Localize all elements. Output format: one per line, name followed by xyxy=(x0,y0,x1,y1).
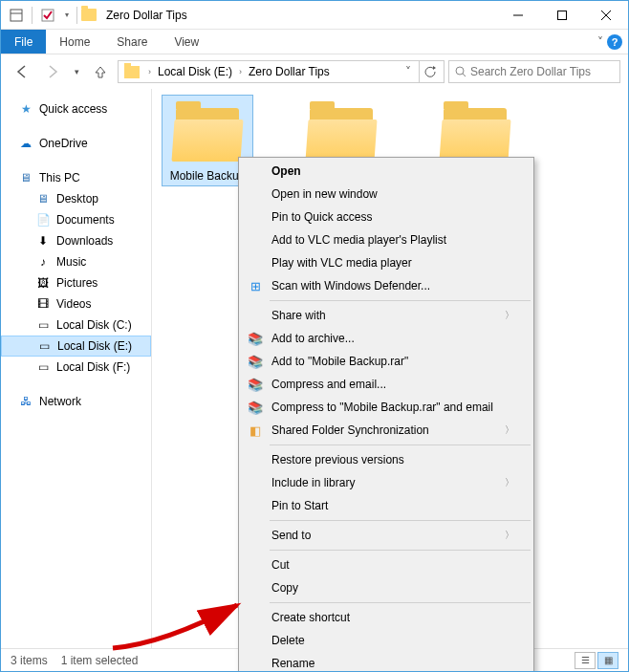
tab-view[interactable]: View xyxy=(161,30,212,54)
tab-share[interactable]: Share xyxy=(103,30,161,54)
breadcrumb-item[interactable]: Local Disk (E:) xyxy=(156,65,234,78)
tree-videos[interactable]: 🎞Videos xyxy=(1,293,151,314)
back-button[interactable] xyxy=(9,58,35,85)
folder-label: Mobile Backup xyxy=(170,169,246,183)
status-item-count: 3 items xyxy=(11,654,48,667)
tree-documents[interactable]: 📄Documents xyxy=(1,209,151,230)
ctx-cut[interactable]: Cut xyxy=(241,553,531,576)
refresh-button[interactable] xyxy=(419,60,442,83)
chevron-right-icon[interactable]: › xyxy=(145,67,154,76)
ctx-shared-folder-sync[interactable]: ◧Shared Folder Synchronization〉 xyxy=(241,419,531,442)
ctx-copy[interactable]: Copy xyxy=(241,576,531,599)
svg-rect-0 xyxy=(11,10,22,21)
pc-icon: 🖥 xyxy=(18,170,33,185)
forward-button[interactable] xyxy=(39,58,66,85)
title-bar: ▾ Zero Dollar Tips xyxy=(1,1,628,30)
window-controls xyxy=(496,1,628,29)
ctx-restore-previous[interactable]: Restore previous versions xyxy=(241,448,531,471)
desktop-icon: 🖥 xyxy=(35,191,51,206)
qat-checkmark-icon[interactable] xyxy=(36,4,59,27)
svg-line-8 xyxy=(463,74,466,76)
chevron-right-icon: 〉 xyxy=(505,309,514,322)
maximize-button[interactable] xyxy=(540,1,584,29)
search-input[interactable]: Search Zero Dollar Tips xyxy=(448,60,620,83)
drive-icon: ▭ xyxy=(35,359,51,375)
window-title: Zero Dollar Tips xyxy=(106,9,187,22)
folder-icon xyxy=(173,108,242,162)
documents-icon: 📄 xyxy=(35,212,51,228)
tab-file[interactable]: File xyxy=(1,30,46,54)
network-icon: 🖧 xyxy=(18,394,33,409)
ctx-add-vlc-playlist[interactable]: Add to VLC media player's Playlist xyxy=(241,228,531,251)
ribbon-tabs: File Home Share View ˅ ? xyxy=(1,30,628,54)
chevron-right-icon[interactable]: › xyxy=(236,67,245,76)
folder-icon xyxy=(307,108,376,162)
breadcrumb-item[interactable]: Zero Dollar Tips xyxy=(247,65,332,78)
ctx-pin-quick-access[interactable]: Pin to Quick access xyxy=(241,206,531,228)
ctx-separator xyxy=(270,550,531,551)
tree-downloads[interactable]: ⬇Downloads xyxy=(1,230,151,251)
drive-icon: ▭ xyxy=(35,317,51,333)
folder-icon xyxy=(441,108,510,162)
tree-desktop[interactable]: 🖥Desktop xyxy=(1,188,151,209)
ctx-open-new-window[interactable]: Open in new window xyxy=(241,183,531,206)
navigation-tree: ★Quick access ☁OneDrive 🖥This PC 🖥Deskto… xyxy=(1,89,152,648)
minimize-button[interactable] xyxy=(496,1,540,29)
shield-icon: ⊞ xyxy=(247,277,264,294)
ctx-separator xyxy=(270,300,531,301)
svg-rect-4 xyxy=(558,11,567,19)
tree-disk-f[interactable]: ▭Local Disk (F:) xyxy=(1,357,151,378)
svg-point-7 xyxy=(456,67,464,75)
ctx-open[interactable]: Open xyxy=(241,160,531,183)
navigation-bar: ▾ › Local Disk (E:) › Zero Dollar Tips ˅… xyxy=(1,54,628,89)
ctx-share-with[interactable]: Share with〉 xyxy=(241,304,531,327)
close-button[interactable] xyxy=(584,1,628,29)
tree-music[interactable]: ♪Music xyxy=(1,251,151,272)
ctx-send-to[interactable]: Send to〉 xyxy=(241,524,531,547)
details-view-button[interactable]: ☰ xyxy=(575,652,596,669)
ctx-delete[interactable]: Delete xyxy=(241,629,531,652)
tree-disk-c[interactable]: ▭Local Disk (C:) xyxy=(1,314,151,336)
quick-access-toolbar: ▾ xyxy=(1,4,100,27)
tree-this-pc[interactable]: 🖥This PC xyxy=(1,167,151,188)
ctx-create-shortcut[interactable]: Create shortcut xyxy=(241,606,531,629)
folder-icon xyxy=(124,66,140,78)
qat-dropdown-icon[interactable]: ▾ xyxy=(61,4,73,27)
tree-quick-access[interactable]: ★Quick access xyxy=(1,98,151,119)
ribbon-expand-icon[interactable]: ˅ xyxy=(597,35,603,49)
qat-separator xyxy=(32,7,33,24)
tree-pictures[interactable]: 🖼Pictures xyxy=(1,272,151,293)
music-icon: ♪ xyxy=(35,254,51,270)
cloud-icon: ☁ xyxy=(18,136,33,151)
ctx-rename[interactable]: Rename xyxy=(241,652,531,672)
tree-onedrive[interactable]: ☁OneDrive xyxy=(1,133,151,154)
address-bar[interactable]: › Local Disk (E:) › Zero Dollar Tips ˅ xyxy=(118,60,445,83)
address-dropdown-icon[interactable]: ˅ xyxy=(400,65,417,78)
tab-home[interactable]: Home xyxy=(46,30,103,54)
sync-icon: ◧ xyxy=(247,422,264,439)
tree-disk-e[interactable]: ▭Local Disk (E:) xyxy=(1,336,151,357)
folder-icon xyxy=(81,9,97,21)
chevron-right-icon: 〉 xyxy=(505,476,514,489)
ctx-add-archive[interactable]: 📚Add to archive... xyxy=(241,327,531,350)
qat-separator xyxy=(76,7,77,24)
ctx-compress-rar-email[interactable]: 📚Compress to "Mobile Backup.rar" and ema… xyxy=(241,396,531,419)
recent-dropdown-icon[interactable]: ▾ xyxy=(70,58,83,85)
help-icon[interactable]: ? xyxy=(607,34,622,50)
icons-view-button[interactable]: ▦ xyxy=(597,652,618,669)
drive-icon: ▭ xyxy=(36,338,52,354)
tree-network[interactable]: 🖧Network xyxy=(1,391,151,412)
search-placeholder: Search Zero Dollar Tips xyxy=(470,65,591,78)
qat-properties-icon[interactable] xyxy=(5,4,28,27)
up-button[interactable] xyxy=(87,58,114,85)
star-icon: ★ xyxy=(18,101,33,117)
ctx-scan-defender[interactable]: ⊞Scan with Windows Defender... xyxy=(241,274,531,297)
pictures-icon: 🖼 xyxy=(35,275,51,291)
ctx-add-rar[interactable]: 📚Add to "Mobile Backup.rar" xyxy=(241,350,531,373)
ctx-compress-email[interactable]: 📚Compress and email... xyxy=(241,373,531,396)
ctx-play-vlc[interactable]: Play with VLC media player xyxy=(241,251,531,274)
search-icon xyxy=(455,66,466,77)
ctx-include-library[interactable]: Include in library〉 xyxy=(241,471,531,494)
ctx-pin-start[interactable]: Pin to Start xyxy=(241,494,531,517)
winrar-icon: 📚 xyxy=(247,330,264,347)
